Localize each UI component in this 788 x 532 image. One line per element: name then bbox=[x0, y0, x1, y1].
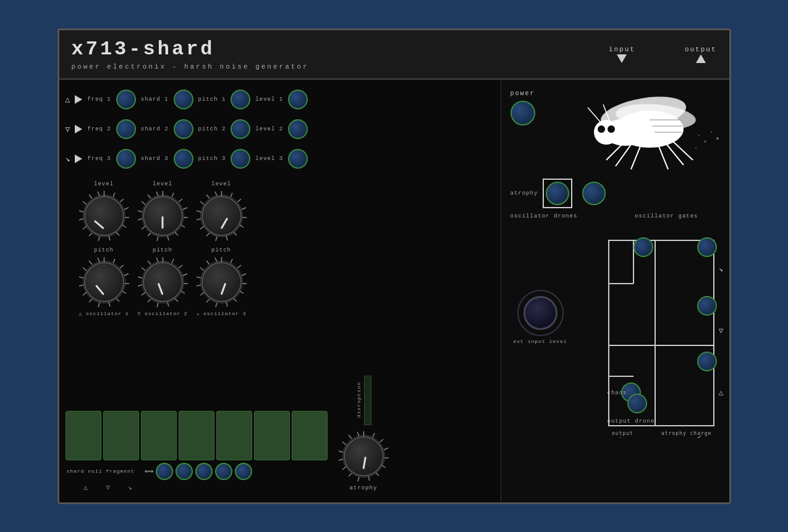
row2-level-knob[interactable] bbox=[288, 119, 308, 139]
svg-line-62 bbox=[83, 292, 87, 295]
svg-line-78 bbox=[148, 299, 151, 302]
atrophy-knob-container: atrophy bbox=[337, 430, 390, 491]
row3-play-button[interactable] bbox=[75, 154, 82, 163]
row1-level-knob[interactable] bbox=[288, 90, 308, 109]
disruption-section: disruption bbox=[337, 376, 390, 491]
atrophy-section: atrophy bbox=[511, 179, 606, 208]
svg-line-29 bbox=[138, 219, 142, 220]
row3-arrow-icon: ↘ bbox=[66, 154, 70, 164]
svg-line-40 bbox=[240, 225, 244, 227]
row2-pitch-knob[interactable] bbox=[231, 119, 250, 139]
svg-line-42 bbox=[226, 236, 227, 240]
row2-play-button[interactable] bbox=[75, 125, 82, 133]
pad-4[interactable] bbox=[179, 411, 214, 460]
row2-shard-knob[interactable] bbox=[174, 119, 193, 139]
bottom-knob-1[interactable] bbox=[156, 463, 173, 480]
pad-2[interactable] bbox=[103, 411, 139, 460]
row2-arrow-icon: ▽ bbox=[66, 124, 70, 134]
atrophy-knob2-right[interactable] bbox=[582, 182, 606, 205]
row3-pitch-knob[interactable] bbox=[231, 149, 250, 169]
pad-3[interactable] bbox=[141, 411, 177, 460]
chaos-label: chaos bbox=[608, 390, 627, 396]
svg-point-138 bbox=[698, 135, 700, 136]
svg-point-125 bbox=[598, 125, 605, 133]
svg-line-30 bbox=[138, 211, 142, 212]
svg-line-75 bbox=[175, 298, 178, 302]
row2-pitch-label: pitch 2 bbox=[198, 126, 226, 132]
output-drone-label: output drone bbox=[608, 418, 655, 424]
svg-line-41 bbox=[234, 232, 237, 235]
bottom-knob-4[interactable] bbox=[215, 463, 232, 480]
plugin-subtitle: power electronix - harsh noise generator bbox=[72, 63, 309, 70]
row3-level-knob[interactable] bbox=[288, 149, 308, 169]
osc3-level-knob[interactable] bbox=[201, 196, 242, 236]
osc1-pitch-knob[interactable] bbox=[84, 262, 124, 302]
row1-shard-knob[interactable] bbox=[174, 90, 193, 109]
matrix-btn-2[interactable] bbox=[697, 237, 717, 257]
svg-line-113 bbox=[342, 467, 346, 470]
osc-gates-label: oscillator gates bbox=[635, 209, 698, 221]
row3-shard-label: shard 3 bbox=[141, 156, 169, 162]
svg-line-47 bbox=[197, 211, 201, 212]
atrophy-knob-wrap bbox=[337, 430, 390, 483]
ext-input-knob[interactable] bbox=[523, 296, 557, 330]
svg-line-92 bbox=[234, 298, 237, 302]
output-drone-knob[interactable] bbox=[627, 394, 647, 413]
row1-pitch-knob[interactable] bbox=[231, 90, 250, 109]
atrophy-box bbox=[543, 179, 572, 208]
matrix-btn-1[interactable] bbox=[633, 237, 653, 257]
svg-text:output: output bbox=[612, 431, 633, 436]
bottom-knob-3[interactable] bbox=[195, 463, 213, 480]
svg-line-26 bbox=[157, 237, 158, 241]
svg-text:⚡: ⚡ bbox=[694, 432, 702, 438]
plugin-title: x713-shard bbox=[72, 38, 309, 61]
atrophy-bottom-label: atrophy bbox=[350, 485, 378, 491]
pad-1[interactable] bbox=[66, 411, 101, 460]
matrix-btn-4[interactable] bbox=[697, 352, 717, 371]
bottom-knob-5[interactable] bbox=[235, 463, 252, 480]
matrix-btn-3[interactable] bbox=[697, 296, 717, 316]
svg-line-111 bbox=[358, 477, 359, 481]
row1-freq-knob[interactable] bbox=[116, 90, 136, 109]
atrophy-knob-right[interactable] bbox=[546, 182, 569, 205]
row1-freq-label: freq 1 bbox=[87, 96, 111, 103]
osc2-pitch-container: pitch bbox=[137, 247, 189, 316]
svg-line-2 bbox=[113, 193, 115, 197]
svg-line-82 bbox=[142, 268, 145, 271]
svg-line-16 bbox=[98, 192, 100, 196]
pad-6[interactable] bbox=[254, 411, 290, 460]
svg-text:▽: ▽ bbox=[719, 326, 724, 335]
svg-point-126 bbox=[608, 125, 615, 133]
svg-line-67 bbox=[98, 258, 100, 262]
row2-freq-knob[interactable] bbox=[116, 119, 136, 139]
arrow-indicator-icon: ⟺ bbox=[145, 468, 153, 475]
osc3-pitch-knob[interactable] bbox=[201, 262, 242, 302]
row1-pitch-label: pitch 1 bbox=[198, 96, 226, 103]
row3-shard-knob[interactable] bbox=[174, 149, 193, 169]
svg-line-31 bbox=[142, 201, 145, 205]
power-knob[interactable] bbox=[511, 101, 535, 125]
sequencer-row-1: △ freq 1 shard 1 pitch 1 level 1 bbox=[66, 85, 494, 114]
row1-play-button[interactable] bbox=[75, 95, 82, 104]
pad-5[interactable] bbox=[216, 411, 252, 460]
svg-line-50 bbox=[215, 192, 217, 196]
bottom-knob-2[interactable] bbox=[176, 463, 193, 480]
pad-7[interactable] bbox=[292, 411, 328, 460]
bottom-arrow-1: △ bbox=[84, 484, 88, 491]
osc2-level-knob[interactable] bbox=[143, 196, 183, 236]
svg-line-9 bbox=[98, 237, 100, 241]
osc1-level-knob[interactable] bbox=[84, 196, 124, 236]
svg-line-80 bbox=[138, 285, 142, 286]
svg-line-97 bbox=[197, 285, 201, 286]
svg-line-15 bbox=[89, 195, 92, 198]
svg-line-28 bbox=[142, 226, 145, 229]
osc2-pitch-knob[interactable] bbox=[143, 262, 183, 302]
svg-point-141 bbox=[711, 132, 712, 133]
row3-freq-knob[interactable] bbox=[116, 149, 136, 169]
svg-point-139 bbox=[704, 140, 706, 142]
svg-line-65 bbox=[83, 268, 87, 271]
svg-line-33 bbox=[156, 192, 158, 196]
output-label: output bbox=[685, 46, 717, 63]
svg-line-117 bbox=[349, 435, 352, 439]
atrophy-knob[interactable] bbox=[344, 436, 384, 476]
